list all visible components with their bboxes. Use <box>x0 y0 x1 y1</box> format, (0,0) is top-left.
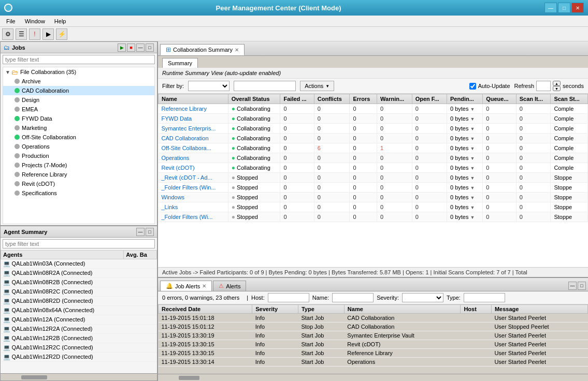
refresh-input[interactable]: 10 <box>536 81 551 91</box>
cell-pending: 0 bytes ▼ <box>447 202 483 212</box>
jobs-play-btn[interactable]: ▶ <box>118 43 126 52</box>
tree-item-revit[interactable]: Revit (cDOT) <box>3 179 154 188</box>
agent-row[interactable]: 💻 QALab1Win08R2D (Connected) <box>1 297 157 306</box>
filter-by-select[interactable] <box>188 81 230 91</box>
tree-item-cad[interactable]: CAD Collaboration <box>3 86 154 95</box>
table-row[interactable]: _Folder Filters (Win... ● Stopped 0 0 0 … <box>159 183 588 193</box>
cell-openf: 0 <box>412 104 447 114</box>
tree-item-label: Revit (cDOT) <box>22 181 55 187</box>
cell-queue: 0 <box>483 104 517 114</box>
table-row[interactable]: Operations ● Collaborating 0 0 0 0 0 0 b… <box>159 153 588 163</box>
table-row[interactable]: Reference Library ● Collaborating 0 0 0 … <box>159 104 588 114</box>
list-item[interactable]: 11-19-2015 13:30:19 Info Start Job Syman… <box>159 331 588 340</box>
table-row[interactable]: _Links ● Stopped 0 0 0 0 0 0 bytes ▼ 0 0… <box>159 202 588 212</box>
menu-help[interactable]: Help <box>50 17 70 25</box>
agent-row[interactable]: 💻 QALab1Win12R2B (Connected) <box>1 334 157 343</box>
agent-row[interactable]: 💻 QALab1Win12R2A (Connected) <box>1 325 157 334</box>
list-item[interactable]: 11-19-2015 13:30:14 Info Start Job Opera… <box>159 358 588 367</box>
cell-openf: 0 <box>412 183 447 193</box>
tree-item-emea[interactable]: EMEA <box>3 105 154 114</box>
cell-severity: Info <box>252 349 298 358</box>
jobs-max-btn[interactable]: □ <box>146 43 154 52</box>
tree-items-container: Archive CAD Collaboration Design EMEA <box>3 77 154 198</box>
minimize-button[interactable]: — <box>544 3 557 13</box>
status-dot-icon: ● <box>232 213 235 221</box>
inner-tab-summary[interactable]: Summary <box>162 58 198 68</box>
tree-item-projects[interactable]: Projects (7-Mode) <box>3 160 154 170</box>
toolbar-btn-3[interactable]: ! <box>29 28 40 40</box>
agent-min-btn[interactable]: — <box>136 228 145 236</box>
tab-alerts[interactable]: ⚠ Alerts <box>213 281 246 291</box>
tree-item-fywd[interactable]: FYWD Data <box>3 114 154 123</box>
jobs-panel-title: Jobs <box>12 45 116 51</box>
bottom-max-btn[interactable]: □ <box>578 282 586 290</box>
refresh-up-btn[interactable]: ▲ <box>553 81 561 86</box>
toolbar-btn-2[interactable]: ☰ <box>16 28 27 40</box>
cell-openf: 0 <box>412 124 447 134</box>
list-item[interactable]: 11-19-2015 15:01:12 Info Stop Job CAD Co… <box>159 323 588 331</box>
alerts-scrollbar-h[interactable] <box>158 374 588 381</box>
job-alerts-close[interactable]: ✕ <box>202 283 206 289</box>
tab-job-alerts[interactable]: 🔔 Job Alerts ✕ <box>160 281 212 291</box>
table-row[interactable]: Off-Site Collabora... ● Collaborating 0 … <box>159 143 588 153</box>
table-row[interactable]: FYWD Data ● Collaborating 0 0 0 0 0 0 by… <box>159 114 588 124</box>
toolbar-btn-1[interactable]: ⚙ <box>2 28 13 40</box>
agent-scrollbar-h[interactable] <box>1 373 157 380</box>
table-row[interactable]: _Revit (cDOT - Ad... ● Stopped 0 0 0 0 0… <box>159 173 588 183</box>
agent-row[interactable]: 💻 QALab1Win08R2B (Connected) <box>1 278 157 287</box>
jobs-min-btn[interactable]: — <box>136 43 145 52</box>
filter-severity-select[interactable] <box>402 293 443 302</box>
list-item[interactable]: 11-19-2015 13:30:15 Info Start Job Revit… <box>159 340 588 349</box>
list-item[interactable]: 11-19-2015 13:30:15 Info Start Job Refer… <box>159 349 588 358</box>
tree-item-specs[interactable]: Specifications <box>3 188 154 198</box>
table-row[interactable]: Revit (cDOT) ● Collaborating 0 0 0 0 0 0… <box>159 163 588 173</box>
agent-row[interactable]: 💻 QALab1Win08R2A (Connected) <box>1 269 157 278</box>
list-item[interactable]: 11-19-2015 15:01:18 Info Start Job CAD C… <box>159 314 588 323</box>
status-dot <box>15 190 20 196</box>
cell-type: Start Job <box>298 331 344 340</box>
filter-name-input[interactable] <box>332 293 374 302</box>
close-button[interactable]: ✕ <box>571 3 584 13</box>
cell-scanit: 0 <box>516 104 551 114</box>
filter-text-input[interactable] <box>234 81 296 91</box>
cell-conflicts: 0 <box>314 212 350 222</box>
jobs-stop-btn[interactable]: ■ <box>127 43 135 52</box>
cell-name: Windows <box>159 193 228 202</box>
agent-row[interactable]: 💻 QALab1Win08x64A (Connected) <box>1 306 157 315</box>
tree-item-marketing[interactable]: Marketing <box>3 123 154 133</box>
menu-window[interactable]: Window <box>21 17 49 25</box>
filter-host-input[interactable] <box>268 293 309 302</box>
tree-item-archive[interactable]: Archive <box>3 77 154 86</box>
cell-status: ● Collaborating <box>228 134 280 143</box>
toolbar-btn-4[interactable]: ▶ <box>42 28 54 40</box>
tree-item-reflibrary[interactable]: Reference Library <box>3 170 154 179</box>
agent-row[interactable]: 💻 QALab1Win03A (Connected) <box>1 259 157 269</box>
tree-item-offsite[interactable]: Off-Site Collaboration <box>3 133 154 142</box>
jobs-filter-input[interactable] <box>3 55 155 64</box>
tree-item-design[interactable]: Design <box>3 95 154 105</box>
agent-row[interactable]: 💻 QALab1Win12A (Connected) <box>1 315 157 325</box>
table-row[interactable]: _Folder Filters (Wi... ● Stopped 0 0 0 0… <box>159 212 588 222</box>
agent-filter-input[interactable] <box>3 239 155 248</box>
agent-row[interactable]: 💻 QALab1Win12R2C (Connected) <box>1 343 157 353</box>
toolbar-btn-5[interactable]: ⚡ <box>56 28 67 40</box>
filter-type-input[interactable] <box>464 293 505 302</box>
bottom-min-btn[interactable]: — <box>568 282 577 290</box>
agent-max-btn[interactable]: □ <box>146 228 154 236</box>
tree-root[interactable]: ▼ 🗁 File Collaboration (35) <box>3 67 154 77</box>
tree-item-production[interactable]: Production <box>3 151 154 160</box>
table-row[interactable]: Windows ● Stopped 0 0 0 0 0 0 bytes ▼ 0 … <box>159 193 588 202</box>
table-row[interactable]: Symantec Enterpris... ● Collaborating 0 … <box>159 124 588 134</box>
tab-collaboration-summary[interactable]: ⊞ Collaboration Summary ✕ <box>160 44 245 55</box>
table-row[interactable]: CAD Collaboration ● Collaborating 0 0 0 … <box>159 134 588 143</box>
agent-row[interactable]: 💻 QALab1Win12R2D (Connected) <box>1 353 157 362</box>
actions-button[interactable]: Actions ▼ <box>300 81 334 91</box>
maximize-button[interactable]: □ <box>558 3 570 13</box>
col-status: Overall Status <box>228 94 280 104</box>
refresh-down-btn[interactable]: ▼ <box>553 86 561 91</box>
auto-update-checkbox[interactable] <box>469 83 476 90</box>
tree-item-operations[interactable]: Operations <box>3 142 154 151</box>
collab-tab-close[interactable]: ✕ <box>235 47 239 53</box>
agent-row[interactable]: 💻 QALab1Win08R2C (Connected) <box>1 287 157 297</box>
menu-file[interactable]: File <box>2 17 20 25</box>
